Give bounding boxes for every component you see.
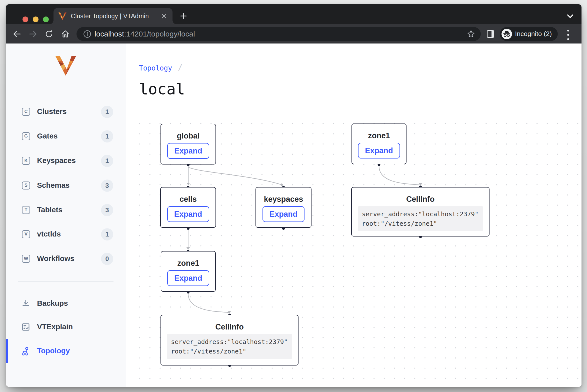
node-title: zone1: [352, 132, 406, 140]
tab-title: Cluster Topology | VTAdmin: [71, 12, 159, 20]
back-button[interactable]: [10, 28, 24, 40]
schemas-letter-icon: S: [22, 182, 30, 190]
url-path: :14201/topology/local: [124, 30, 195, 38]
edge-global-keyspaces: [188, 167, 283, 185]
tab-search-chevron-icon[interactable]: [566, 13, 574, 20]
sidebar-item-label: Schemas: [37, 181, 70, 190]
sidebar-item-label: vtctlds: [37, 230, 61, 238]
edge-zone1-cellinfo2: [188, 294, 230, 313]
graph-node-zone1-under-cells[interactable]: zone1 Expand: [161, 251, 216, 292]
sidebar-item-clusters[interactable]: C Clusters 1: [6, 104, 126, 120]
sidebar-item-gates[interactable]: G Gates 1: [6, 128, 126, 144]
graph-node-global[interactable]: global Expand: [160, 124, 216, 164]
node-title: CellInfo: [161, 323, 298, 331]
topology-network-icon: [22, 347, 30, 355]
count-badge: 1: [101, 106, 113, 118]
title-bar: Cluster Topology | VTAdmin: [6, 4, 582, 24]
node-title: cells: [161, 195, 216, 203]
cellinfo-code: server_address:"localhost:2379" root:"/v…: [167, 334, 292, 359]
sidebar-item-tablets[interactable]: T Tablets 3: [6, 202, 126, 218]
vtexplain-document-icon: [22, 323, 30, 331]
count-badge: 1: [101, 130, 113, 142]
count-badge: 1: [101, 155, 113, 167]
sidebar-item-label: Keyspaces: [37, 156, 76, 165]
expand-button[interactable]: Expand: [358, 143, 400, 158]
node-title: keyspaces: [256, 195, 311, 203]
node-title: zone1: [161, 259, 215, 267]
expand-button[interactable]: Expand: [167, 270, 209, 286]
close-window-button[interactable]: [22, 16, 28, 22]
zoom-window-button[interactable]: [43, 16, 49, 22]
browser-toolbar: localhost:14201/topology/local Incognito…: [6, 24, 582, 44]
count-badge: 3: [101, 180, 113, 192]
active-item-indicator: [6, 339, 8, 363]
sidebar-item-workflows[interactable]: W Workflows 0: [6, 251, 126, 266]
cellinfo-code: server_address:"localhost:2379" root:"/v…: [358, 206, 483, 231]
expand-button[interactable]: Expand: [262, 206, 304, 222]
count-badge: 1: [101, 228, 113, 240]
new-tab-button[interactable]: [179, 11, 188, 21]
workflows-letter-icon: W: [22, 255, 30, 263]
clusters-letter-icon: C: [22, 108, 30, 116]
sidebar-item-keyspaces[interactable]: K Keyspaces 1: [6, 153, 126, 168]
sidebar-item-vtexplain[interactable]: VTExplain: [6, 319, 126, 335]
vitess-favicon-icon: [58, 12, 66, 20]
sidebar-divider: [18, 281, 114, 282]
count-badge: 0: [101, 253, 113, 265]
topology-page: Topology/ local: [126, 44, 582, 387]
expand-button[interactable]: Expand: [167, 143, 209, 159]
node-title: global: [161, 132, 216, 140]
graph-node-keyspaces[interactable]: keyspaces Expand: [256, 187, 312, 228]
sidebar-item-label: Tablets: [37, 206, 62, 214]
sidebar-item-schemas[interactable]: S Schemas 3: [6, 178, 126, 193]
backups-download-icon: [22, 299, 30, 308]
keyspaces-letter-icon: K: [22, 157, 30, 165]
sidebar-item-label: Gates: [37, 132, 58, 140]
bookmark-star-icon[interactable]: [466, 30, 476, 38]
reload-button[interactable]: [42, 28, 56, 40]
side-panel-icon[interactable]: [487, 30, 494, 38]
home-button[interactable]: [59, 28, 72, 40]
vitess-logo: [55, 56, 76, 76]
expand-button[interactable]: Expand: [167, 206, 209, 222]
browser-menu-button[interactable]: [563, 28, 573, 40]
sidebar: C Clusters 1 G Gates 1 K Keyspaces 1 S S…: [6, 44, 126, 387]
sidebar-item-label: Workflows: [37, 254, 74, 263]
site-info-icon[interactable]: [83, 30, 91, 38]
sidebar-item-vtctlds[interactable]: V vtctlds 1: [6, 226, 126, 242]
sidebar-item-label: Topology: [37, 346, 70, 355]
incognito-label: Incognito (2): [515, 30, 552, 38]
url-host: localhost: [94, 30, 124, 38]
graph-node-cellinfo-zone1[interactable]: CellInfo server_address:"localhost:2379"…: [351, 187, 490, 236]
count-badge: 3: [101, 204, 113, 216]
tab-close-icon[interactable]: [159, 11, 169, 21]
window-controls: [22, 16, 49, 22]
vtctlds-letter-icon: V: [22, 230, 30, 238]
tablets-letter-icon: T: [22, 206, 30, 214]
graph-node-cellinfo-cells[interactable]: CellInfo server_address:"localhost:2379"…: [160, 315, 298, 366]
graph-node-cells[interactable]: cells Expand: [160, 187, 216, 228]
browser-window: Cluster Topology | VTAdmin: [6, 4, 582, 387]
incognito-icon: [503, 31, 510, 38]
edge-zone1-cellinfo: [379, 166, 420, 186]
address-bar[interactable]: localhost:14201/topology/local: [76, 27, 481, 41]
gates-letter-icon: G: [22, 132, 30, 140]
browser-tab[interactable]: Cluster Topology | VTAdmin: [54, 8, 172, 24]
sidebar-item-topology[interactable]: Topology: [6, 343, 126, 359]
minimize-window-button[interactable]: [33, 16, 38, 22]
incognito-avatar: [502, 29, 512, 39]
sidebar-item-label: VTExplain: [37, 322, 73, 331]
incognito-profile-chip[interactable]: Incognito (2): [500, 27, 558, 41]
url-text: localhost:14201/topology/local: [94, 30, 466, 38]
sidebar-item-label: Clusters: [37, 107, 66, 116]
sidebar-item-backups[interactable]: Backups: [6, 296, 126, 311]
node-title: CellInfo: [352, 195, 489, 203]
vtadmin-app: C Clusters 1 G Gates 1 K Keyspaces 1 S S…: [6, 44, 582, 387]
forward-button[interactable]: [26, 28, 40, 40]
sidebar-item-label: Backups: [37, 299, 68, 308]
graph-node-zone1[interactable]: zone1 Expand: [352, 124, 406, 164]
